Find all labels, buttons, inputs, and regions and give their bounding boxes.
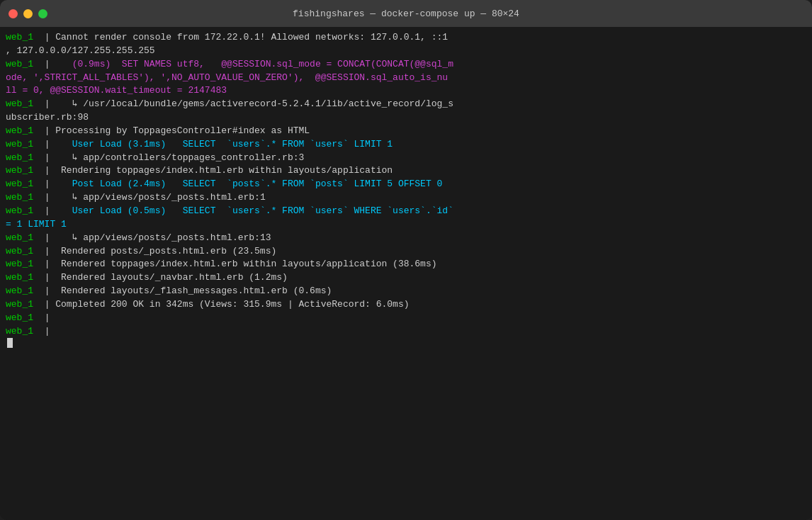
line-text: | ↳ app/views/posts/_posts.html.erb:13 — [33, 232, 271, 245]
terminal-line: web_1 | User Load (0.5ms) SELECT `users`… — [6, 205, 806, 218]
sql-text: (0.9ms) SET NAMES utf8, @@SESSION.sql_mo… — [72, 58, 453, 72]
line-text: ubscriber.rb:98 — [6, 111, 89, 125]
terminal-line: web_1 | Rendering toppages/index.html.er… — [6, 164, 806, 178]
line-text: | Completed 200 OK in 342ms (Views: 315.… — [33, 298, 410, 312]
terminal-line: web_1 | ↳ app/views/posts/_posts.html.er… — [6, 191, 806, 205]
pipe-text: | — [33, 205, 72, 218]
web1-label: web_1 — [6, 298, 33, 312]
web1-label: web_1 — [6, 205, 33, 218]
terminal-line: web_1 | Rendered layouts/_flash_messages… — [6, 285, 806, 298]
web1-label: web_1 — [6, 31, 33, 45]
terminal-cursor — [7, 338, 13, 348]
web1-label: web_1 — [6, 285, 33, 298]
web1-label: web_1 — [6, 271, 33, 285]
terminal-line: web_1 | ↳ /usr/local/bundle/gems/activer… — [6, 98, 806, 111]
sql-query-text: Post Load (2.4ms) SELECT `posts`.* FROM … — [72, 178, 443, 191]
sql-query-text: User Load (3.1ms) SELECT `users`.* FROM … — [72, 138, 393, 152]
terminal-line: web_1 | ↳ app/views/posts/_posts.html.er… — [6, 232, 806, 245]
close-button[interactable] — [9, 9, 18, 18]
web1-label: web_1 — [6, 325, 33, 339]
sql-query-text: = 1 LIMIT 1 — [6, 218, 67, 232]
line-text: | Rendered posts/_posts.html.erb (23.5ms… — [33, 245, 276, 259]
terminal-line: web_1 | ↳ app/controllers/toppages_contr… — [6, 152, 806, 165]
line-text: | Rendered layouts/_navbar.html.erb (1.2… — [33, 271, 288, 285]
line-text: | Processing by ToppagesController#index… — [33, 125, 310, 138]
line-text: | ↳ app/views/posts/_posts.html.erb:1 — [33, 191, 266, 205]
sql-text: ll = 0, @@SESSION.wait_timeout = 2147483 — [6, 84, 227, 98]
terminal-line: web_1 | Cannot render console from 172.2… — [6, 31, 806, 45]
line-text: | ↳ /usr/local/bundle/gems/activerecord-… — [33, 98, 453, 111]
pipe-text: | Cannot render console from 172.22.0.1!… — [33, 31, 448, 45]
line-text: | Rendering toppages/index.html.erb with… — [33, 164, 393, 178]
web1-label: web_1 — [6, 178, 33, 191]
pipe-text: | — [33, 325, 50, 339]
terminal-line: ode, ',STRICT_ALL_TABLES'), ',NO_AUTO_VA… — [6, 72, 806, 85]
terminal-line: web_1 | Rendered layouts/_navbar.html.er… — [6, 271, 806, 285]
terminal-line: web_1 | — [6, 325, 806, 339]
web1-label: web_1 — [6, 245, 33, 259]
line-text: | Rendered toppages/index.html.erb withi… — [33, 258, 437, 271]
terminal-line: web_1 | Post Load (2.4ms) SELECT `posts`… — [6, 178, 806, 191]
web1-label: web_1 — [6, 152, 33, 165]
line-text: , 127.0.0.0/127.255.255.255 — [6, 45, 155, 58]
window-title: fishingshares — docker-compose up — 80×2… — [293, 9, 519, 19]
web1-label: web_1 — [6, 312, 33, 325]
maximize-button[interactable] — [38, 9, 47, 18]
sql-query-text: User Load (0.5ms) SELECT `users`.* FROM … — [72, 205, 453, 218]
pipe-text: | — [33, 58, 72, 72]
web1-label: web_1 — [6, 98, 33, 111]
terminal-line: web_1 | User Load (3.1ms) SELECT `users`… — [6, 138, 806, 152]
traffic-lights — [9, 9, 47, 18]
cursor-line — [6, 338, 806, 348]
web1-label: web_1 — [6, 164, 33, 178]
terminal-line: web_1 | (0.9ms) SET NAMES utf8, @@SESSIO… — [6, 58, 806, 72]
terminal-line: web_1 | Rendered toppages/index.html.erb… — [6, 258, 806, 271]
sql-text: ode, ',STRICT_ALL_TABLES'), ',NO_AUTO_VA… — [6, 72, 448, 85]
pipe-text: | — [33, 178, 72, 191]
pipe-text: | — [33, 312, 50, 325]
terminal-line: web_1 | Completed 200 OK in 342ms (Views… — [6, 298, 806, 312]
terminal-line: web_1 | Rendered posts/_posts.html.erb (… — [6, 245, 806, 259]
web1-label: web_1 — [6, 125, 33, 138]
terminal-content[interactable]: web_1 | Cannot render console from 172.2… — [0, 27, 812, 520]
pipe-text: | — [33, 138, 72, 152]
minimize-button[interactable] — [23, 9, 33, 18]
title-bar: fishingshares — docker-compose up — 80×2… — [0, 0, 812, 27]
web1-label: web_1 — [6, 258, 33, 271]
line-text: | ↳ app/controllers/toppages_controller.… — [33, 152, 304, 165]
web1-label: web_1 — [6, 191, 33, 205]
terminal-line: , 127.0.0.0/127.255.255.255 — [6, 45, 806, 58]
terminal-window: fishingshares — docker-compose up — 80×2… — [0, 0, 812, 520]
web1-label: web_1 — [6, 232, 33, 245]
terminal-line: web_1 | — [6, 312, 806, 325]
web1-label: web_1 — [6, 138, 33, 152]
line-text: | Rendered layouts/_flash_messages.html.… — [33, 285, 332, 298]
terminal-line: ll = 0, @@SESSION.wait_timeout = 2147483 — [6, 84, 806, 98]
web1-label: web_1 — [6, 58, 33, 72]
terminal-line: web_1 | Processing by ToppagesController… — [6, 125, 806, 138]
terminal-line: ubscriber.rb:98 — [6, 111, 806, 125]
terminal-line: = 1 LIMIT 1 — [6, 218, 806, 232]
